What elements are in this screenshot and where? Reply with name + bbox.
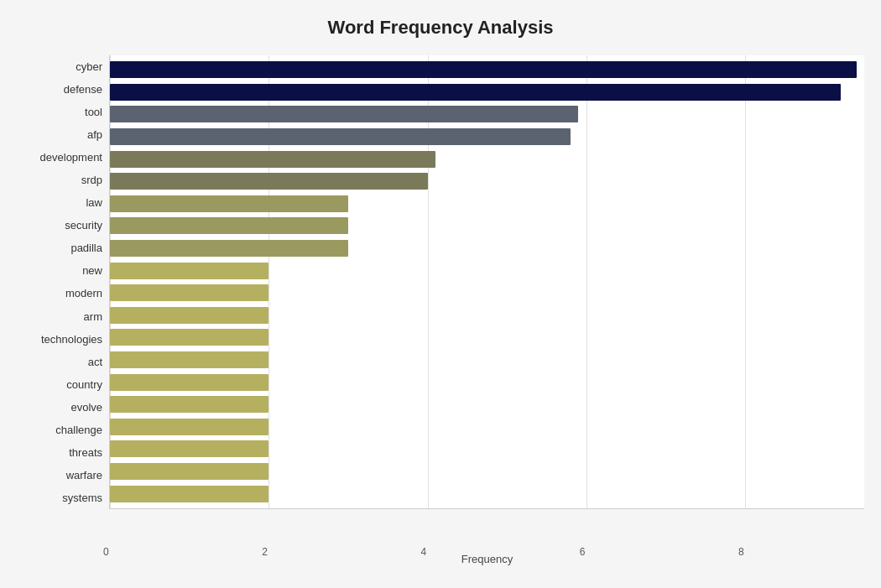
bar-row xyxy=(110,82,864,102)
bar xyxy=(110,173,428,190)
bar-row xyxy=(110,60,864,80)
bar-row xyxy=(110,127,864,147)
bar xyxy=(110,463,268,480)
y-label: evolve xyxy=(70,397,102,417)
bar xyxy=(110,307,268,324)
bar-row xyxy=(110,216,864,236)
bar-row xyxy=(110,261,864,281)
bar xyxy=(110,195,348,212)
bar-row xyxy=(110,238,864,258)
bar xyxy=(110,440,268,457)
bar-row xyxy=(110,171,864,191)
bar-row xyxy=(110,372,864,393)
bar xyxy=(110,284,268,301)
bar xyxy=(110,84,841,101)
bars-container xyxy=(110,55,864,508)
y-label: technologies xyxy=(41,329,102,349)
y-label: systems xyxy=(62,487,102,507)
bar xyxy=(110,396,268,413)
y-label: padilla xyxy=(70,238,102,258)
bar xyxy=(110,419,268,435)
y-label: srdp xyxy=(81,170,102,190)
chart-title: Word Frequency Analysis xyxy=(17,17,864,39)
y-label: challenge xyxy=(55,419,102,440)
bar xyxy=(110,329,268,346)
bar-row xyxy=(110,461,864,481)
y-label: warfare xyxy=(66,465,102,485)
bar-row xyxy=(110,194,864,214)
bar xyxy=(110,351,268,368)
bar-row xyxy=(110,350,864,370)
bar-row xyxy=(110,283,864,303)
bar xyxy=(110,106,578,122)
bar xyxy=(110,151,435,168)
y-label: security xyxy=(65,216,102,236)
x-axis-label: Frequency xyxy=(110,553,864,565)
bar-row xyxy=(110,327,864,347)
bar-row xyxy=(110,439,864,459)
bar-row xyxy=(110,417,864,437)
y-label: arm xyxy=(84,306,102,326)
bar-row xyxy=(110,104,864,124)
chart-area: cyberdefensetoolafpdevelopmentsrdplawsec… xyxy=(17,55,864,509)
y-label: cyber xyxy=(76,57,102,77)
bar-row xyxy=(110,484,864,504)
plot-area: 02468 Frequency xyxy=(109,55,864,509)
y-label: threats xyxy=(69,442,102,462)
bar xyxy=(110,217,348,234)
y-label: development xyxy=(40,148,102,168)
x-tick: 0 xyxy=(103,546,109,558)
y-label: modern xyxy=(65,284,102,304)
y-label: defense xyxy=(64,80,102,100)
bar xyxy=(110,374,268,391)
bar xyxy=(110,486,268,502)
y-label: act xyxy=(88,351,102,372)
bar xyxy=(110,263,268,279)
y-label: afp xyxy=(87,125,102,145)
chart-container: Word Frequency Analysis cyberdefensetool… xyxy=(0,0,881,588)
y-label: country xyxy=(66,374,102,394)
y-label: tool xyxy=(85,102,102,122)
y-axis: cyberdefensetoolafpdevelopmentsrdplawsec… xyxy=(17,55,109,509)
bar-row xyxy=(110,305,864,325)
y-label: new xyxy=(82,261,102,281)
y-label: law xyxy=(86,193,102,213)
bar xyxy=(110,240,348,257)
bar xyxy=(110,128,571,145)
bar-row xyxy=(110,394,864,414)
bar-row xyxy=(110,149,864,169)
bar xyxy=(110,61,857,78)
